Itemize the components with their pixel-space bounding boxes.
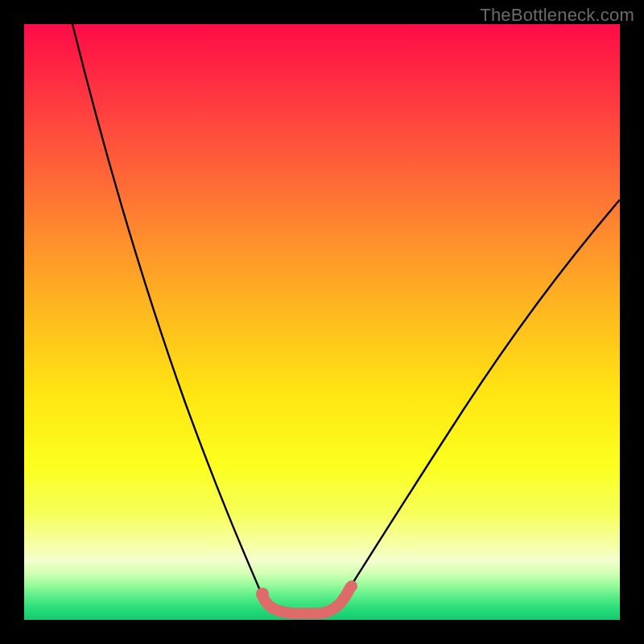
valley-marker-dot-left <box>256 588 269 601</box>
valley-marker-path <box>262 588 350 613</box>
curve-right-branch <box>342 200 620 600</box>
curve-left-branch <box>72 24 264 600</box>
valley-marker-dot-right <box>346 580 357 592</box>
chart-plot-area <box>24 24 620 620</box>
chart-frame: TheBottleneck.com <box>0 0 644 644</box>
chart-svg <box>24 24 620 620</box>
watermark-text: TheBottleneck.com <box>480 5 634 26</box>
